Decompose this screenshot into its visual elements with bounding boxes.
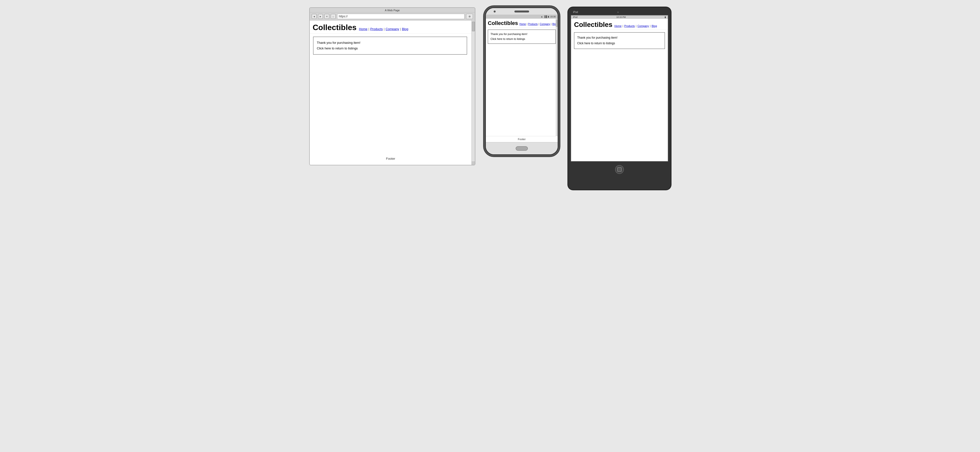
browser-content-area: Collectibles Home | Products | Company |… bbox=[310, 21, 475, 165]
phone-site-header: Collectibles Home | Products | Company |… bbox=[486, 19, 558, 28]
phone-nav-sep1: | bbox=[527, 23, 527, 26]
wifi-icon: ▲ bbox=[541, 15, 543, 18]
nav-sep-2: | bbox=[384, 27, 385, 31]
tablet-content-line2[interactable]: Click here to return to listings bbox=[577, 41, 662, 46]
tablet-home-button[interactable] bbox=[615, 165, 624, 174]
tablet-device: iPod iPod 10:15 PM ▮ Collectibles Home |… bbox=[568, 7, 671, 190]
phone-nav-sep2: | bbox=[538, 23, 539, 26]
tablet-bottom bbox=[571, 162, 668, 175]
phone-nav-sep3: | bbox=[551, 23, 552, 26]
mobile-phone: ▲ ▐▐ ▮ 15:30 Collectibles Home | Product… bbox=[485, 7, 558, 155]
phone-nav: Home | Products | Company | Blog bbox=[519, 23, 557, 26]
desktop-main: Thank you for purchasing item! Click her… bbox=[310, 34, 475, 57]
phone-main: Thank you for purchasing item! Click her… bbox=[486, 28, 558, 46]
forward-button[interactable]: ► bbox=[318, 14, 323, 19]
tablet-content-line1: Thank you for purchasing item! bbox=[577, 35, 662, 41]
tablet-main: Thank you for purchasing item! Click her… bbox=[571, 30, 668, 51]
back-button[interactable]: ◄ bbox=[312, 14, 317, 19]
nav-sep-3: | bbox=[400, 27, 401, 31]
phone-home-button[interactable] bbox=[515, 146, 528, 151]
tablet-nav-sep3: | bbox=[650, 24, 651, 27]
tablet-nav-blog[interactable]: Blog bbox=[652, 24, 657, 27]
tablet-nav: Home | Products | Company | Blog bbox=[614, 24, 657, 27]
tablet-logo: Collectibles bbox=[574, 21, 612, 29]
desktop-content-line1: Thank you for purchasing item! bbox=[317, 40, 463, 45]
phone-scrollbar-thumb[interactable] bbox=[556, 19, 558, 27]
tablet-nav-company[interactable]: Company bbox=[638, 24, 649, 27]
desktop-content-box: Thank you for purchasing item! Click her… bbox=[313, 37, 467, 54]
phone-status-icons: ▲ ▐▐ ▮ 15:30 bbox=[541, 15, 556, 18]
phone-footer: Footer bbox=[486, 136, 558, 142]
tablet-status-time: 10:15 PM bbox=[616, 16, 626, 18]
tablet-status-bar: iPod 10:15 PM ▮ bbox=[571, 15, 668, 19]
phone-content-line2[interactable]: Click here to return to listings bbox=[490, 37, 553, 42]
tablet-screen: iPod 10:15 PM ▮ Collectibles Home | Prod… bbox=[571, 15, 668, 162]
phone-scrollbar[interactable] bbox=[556, 19, 558, 136]
phone-top-bar bbox=[486, 8, 558, 15]
scrollbar-corner bbox=[471, 161, 475, 165]
tablet-status-left: iPod bbox=[573, 16, 578, 18]
phone-logo: Collectibles bbox=[488, 20, 518, 26]
tablet-camera bbox=[617, 11, 619, 13]
browser-title: A Web Page bbox=[385, 9, 400, 12]
tablet-battery-icon: ▮ bbox=[665, 16, 666, 18]
tablet-nav-home[interactable]: Home bbox=[614, 24, 621, 27]
phone-nav-products[interactable]: Products bbox=[528, 23, 538, 26]
tablet-content-box: Thank you for purchasing item! Click her… bbox=[574, 32, 665, 49]
scrollbar-thumb[interactable] bbox=[472, 22, 475, 31]
phone-nav-home[interactable]: Home bbox=[519, 23, 526, 26]
desktop-site-header: Collectibles Home | Products | Company |… bbox=[310, 21, 475, 34]
browser-toolbar: ◄ ► ✕ ⌂ ⊕ bbox=[310, 13, 475, 21]
tablet-nav-products[interactable]: Products bbox=[624, 24, 635, 27]
tablet-nav-sep1: | bbox=[623, 24, 624, 27]
home-button[interactable]: ⌂ bbox=[331, 14, 336, 19]
phone-time: 15:30 bbox=[550, 15, 556, 18]
phone-content-line1: Thank you for purchasing item! bbox=[490, 32, 553, 37]
address-bar[interactable] bbox=[337, 14, 465, 19]
desktop-footer: Footer bbox=[310, 157, 471, 160]
nav-sep-1: | bbox=[368, 27, 369, 31]
tablet-site-header: Collectibles Home | Products | Company |… bbox=[571, 19, 668, 30]
phone-outer: ▲ ▐▐ ▮ 15:30 Collectibles Home | Product… bbox=[485, 7, 558, 155]
phone-speaker bbox=[514, 11, 529, 13]
tablet-top-area: iPod bbox=[571, 10, 668, 15]
desktop-browser: A Web Page ◄ ► ✕ ⌂ ⊕ Collectibles Home |… bbox=[309, 7, 475, 165]
desktop-logo: Collectibles bbox=[313, 23, 356, 32]
browser-titlebar: A Web Page bbox=[310, 8, 475, 13]
phone-screen: Collectibles Home | Products | Company |… bbox=[486, 19, 558, 136]
nav-link-products[interactable]: Products bbox=[370, 27, 383, 31]
tablet-outer: iPod iPod 10:15 PM ▮ Collectibles Home |… bbox=[568, 7, 671, 190]
phone-status-bar: ▲ ▐▐ ▮ 15:30 bbox=[486, 15, 558, 19]
search-button[interactable]: ⊕ bbox=[466, 14, 473, 19]
nav-link-company[interactable]: Company bbox=[385, 27, 399, 31]
desktop-content-line2[interactable]: Click here to return to listings bbox=[317, 45, 463, 51]
desktop-nav: Home | Products | Company | Blog bbox=[359, 27, 409, 31]
tablet-label: iPod bbox=[573, 11, 578, 13]
phone-bottom-bar bbox=[486, 142, 558, 154]
tablet-nav-sep2: | bbox=[636, 24, 636, 27]
nav-link-blog[interactable]: Blog bbox=[402, 27, 408, 31]
phone-camera bbox=[494, 11, 496, 13]
battery-icon: ▮ bbox=[548, 15, 549, 18]
signal-icon: ▐▐ bbox=[544, 15, 547, 18]
phone-nav-company[interactable]: Company bbox=[540, 23, 550, 26]
phone-content-box: Thank you for purchasing item! Click her… bbox=[488, 30, 556, 44]
scrollbar[interactable] bbox=[471, 21, 475, 165]
nav-link-home[interactable]: Home bbox=[359, 27, 368, 31]
close-button[interactable]: ✕ bbox=[325, 14, 329, 19]
tablet-home-inner bbox=[617, 167, 622, 172]
